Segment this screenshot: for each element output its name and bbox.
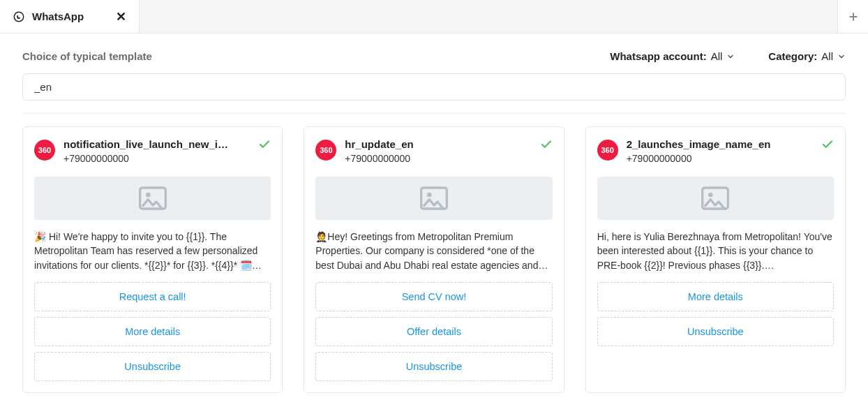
avatar: 360 xyxy=(597,140,618,161)
template-body: 🎉 Hi! We're happy to invite you to {{1}}… xyxy=(34,230,271,272)
image-placeholder xyxy=(34,177,271,220)
card-header: 360 notification_live_launch_new_i… +790… xyxy=(34,138,271,164)
action-button[interactable]: Unsubscribe xyxy=(597,317,834,346)
card-buttons: More details Unsubscribe xyxy=(597,282,834,346)
divider xyxy=(22,113,846,114)
whatsapp-icon xyxy=(13,10,25,23)
filter-category-value: All xyxy=(821,50,833,62)
card-buttons: Request a call! More details Unsubscribe xyxy=(34,282,271,381)
image-icon xyxy=(701,186,729,210)
avatar: 360 xyxy=(34,140,55,161)
svg-point-6 xyxy=(708,193,713,198)
template-name: hr_update_en xyxy=(345,138,525,150)
template-card[interactable]: 360 notification_live_launch_new_i… +790… xyxy=(22,126,283,393)
svg-point-2 xyxy=(146,193,151,198)
action-button[interactable]: Send CV now! xyxy=(315,282,552,311)
template-card[interactable]: 360 hr_update_en +79000000000 🤵Hey! Gree… xyxy=(304,126,564,393)
template-phone: +79000000000 xyxy=(63,153,244,164)
template-phone: +79000000000 xyxy=(345,153,525,164)
image-icon xyxy=(139,186,167,210)
cards-grid: 360 notification_live_launch_new_i… +790… xyxy=(22,126,846,393)
chevron-down-icon xyxy=(837,52,846,61)
page-subtitle: Choice of typical template xyxy=(22,50,152,62)
image-placeholder xyxy=(597,177,834,220)
svg-point-0 xyxy=(14,12,24,22)
search-input[interactable] xyxy=(22,73,846,101)
filter-category[interactable]: Category: All xyxy=(768,50,846,62)
tab-whatsapp[interactable]: WhatsApp ✕ xyxy=(0,0,140,33)
tab-bar: WhatsApp ✕ xyxy=(0,0,868,34)
check-icon xyxy=(821,138,834,151)
card-info: notification_live_launch_new_i… +7900000… xyxy=(63,138,244,164)
filter-account-label: Whatsapp account: xyxy=(610,50,706,62)
tab-spacer xyxy=(140,0,837,33)
content-area: Choice of typical template Whatsapp acco… xyxy=(0,34,868,414)
action-button[interactable]: More details xyxy=(597,282,834,311)
template-phone: +79000000000 xyxy=(627,153,807,164)
filter-account-value: All xyxy=(711,50,723,62)
card-info: 2_launches_image_name_en +79000000000 xyxy=(627,138,807,164)
action-button[interactable]: Unsubscribe xyxy=(34,352,271,381)
card-buttons: Send CV now! Offer details Unsubscribe xyxy=(315,282,552,381)
card-info: hr_update_en +79000000000 xyxy=(345,138,525,164)
card-header: 360 2_launches_image_name_en +7900000000… xyxy=(597,138,834,164)
action-button[interactable]: Request a call! xyxy=(34,282,271,311)
template-body: 🤵Hey! Greetings from Metropolitan Premiu… xyxy=(315,230,552,272)
app-root: WhatsApp ✕ Choice of typical template Wh… xyxy=(0,0,868,414)
check-icon xyxy=(540,138,553,151)
template-body: Hi, here is Yulia Berezhnaya from Metrop… xyxy=(597,230,834,272)
check-icon xyxy=(258,138,271,151)
svg-point-4 xyxy=(427,193,432,198)
action-button[interactable]: Offer details xyxy=(315,317,552,346)
top-row: Choice of typical template Whatsapp acco… xyxy=(22,50,846,62)
image-placeholder xyxy=(315,177,552,220)
template-name: 2_launches_image_name_en xyxy=(627,138,807,150)
template-name: notification_live_launch_new_i… xyxy=(63,138,244,150)
avatar: 360 xyxy=(315,140,336,161)
image-icon xyxy=(420,186,448,210)
chevron-down-icon xyxy=(726,52,735,61)
template-card[interactable]: 360 2_launches_image_name_en +7900000000… xyxy=(585,126,846,393)
card-header: 360 hr_update_en +79000000000 xyxy=(315,138,552,164)
action-button[interactable]: More details xyxy=(34,317,271,346)
add-tab-button[interactable] xyxy=(837,0,868,33)
filter-category-label: Category: xyxy=(768,50,817,62)
close-icon[interactable]: ✕ xyxy=(116,9,126,24)
filters: Whatsapp account: All Category: All xyxy=(610,50,846,62)
filter-account[interactable]: Whatsapp account: All xyxy=(610,50,735,62)
action-button[interactable]: Unsubscribe xyxy=(315,352,552,381)
tab-title: WhatsApp xyxy=(32,10,109,22)
